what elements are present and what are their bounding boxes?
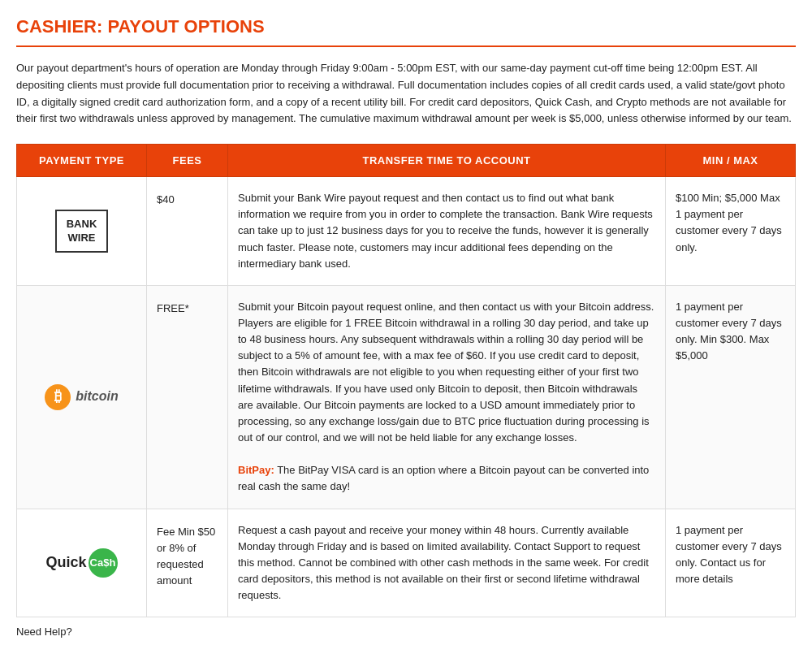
table-body: BANK WIRE $40 Submit your Bank Wire payo… — [17, 177, 796, 617]
bitcoin-logo: ₿ bitcoin — [27, 384, 136, 410]
minmax-value-bitcoin: 1 payment per customer every 7 days only… — [676, 301, 782, 361]
transfer-cell-bitcoin: Submit your Bitcoin payout request onlin… — [228, 285, 666, 509]
col-header-payment-type: PAYMENT TYPE — [17, 145, 147, 177]
col-header-fees: FEES — [147, 145, 228, 177]
table-row: Quick Ca$h Fee Min $50 or 8% of requeste… — [17, 509, 796, 617]
fee-cell-quickcash: Fee Min $50 or 8% of requested amount — [147, 509, 228, 617]
fee-value-bankwire: $40 — [157, 193, 175, 206]
fee-cell-bitcoin: FREE* — [147, 285, 228, 509]
table-row: ₿ bitcoin FREE* Submit your Bitcoin payo… — [17, 285, 796, 509]
page-title: CASHIER: PAYOUT OPTIONS — [16, 16, 796, 47]
table-header: PAYMENT TYPE FEES TRANSFER TIME TO ACCOU… — [17, 145, 796, 177]
minmax-value-quickcash: 1 payment per customer every 7 days only… — [676, 524, 782, 585]
bank-wire-label-line2: WIRE — [68, 232, 96, 244]
minmax-cell-bitcoin: 1 payment per customer every 7 days only… — [666, 285, 796, 509]
col-header-transfer-time: TRANSFER TIME TO ACCOUNT — [228, 145, 666, 177]
minmax-cell-quickcash: 1 payment per customer every 7 days only… — [666, 509, 796, 617]
bitpay-description: The BitPay VISA card is an option where … — [238, 464, 649, 492]
bitpay-link: BitPay: — [238, 464, 274, 476]
quickcash-logo: Quick Ca$h — [45, 548, 117, 578]
quickcash-label-quick: Quick — [45, 552, 86, 574]
transfer-description-quickcash: Request a cash payout and receive your m… — [238, 524, 649, 602]
bitcoin-label: bitcoin — [76, 387, 118, 407]
fee-value-quickcash: Fee Min $50 or 8% of requested amount — [157, 526, 215, 587]
bank-wire-label-line1: BANK — [67, 218, 97, 230]
transfer-description-bitcoin-main: Submit your Bitcoin payout request onlin… — [238, 301, 654, 444]
payment-type-cell-bitcoin: ₿ bitcoin — [17, 285, 147, 509]
quickcash-label-cash: Ca$h — [89, 548, 118, 578]
col-header-min-max: MIN / MAX — [666, 145, 796, 177]
transfer-description-bankwire: Submit your Bank Wire payout request and… — [238, 192, 653, 270]
bank-wire-logo: BANK WIRE — [55, 210, 109, 253]
minmax-cell-bankwire: $100 Min; $5,000 Max1 payment per custom… — [666, 177, 796, 286]
transfer-cell-quickcash: Request a cash payout and receive your m… — [228, 509, 666, 617]
payment-type-cell-quickcash: Quick Ca$h — [17, 509, 147, 617]
minmax-value-bankwire: $100 Min; $5,000 Max1 payment per custom… — [676, 192, 782, 253]
fee-value-bitcoin: FREE* — [157, 302, 189, 314]
table-row: BANK WIRE $40 Submit your Bank Wire payo… — [17, 177, 796, 286]
bitcoin-icon: ₿ — [45, 384, 71, 410]
transfer-cell-bankwire: Submit your Bank Wire payout request and… — [228, 177, 666, 286]
payout-options-table: PAYMENT TYPE FEES TRANSFER TIME TO ACCOU… — [16, 144, 796, 617]
intro-paragraph: Our payout department's hours of operati… — [16, 60, 796, 128]
payment-type-cell-bankwire: BANK WIRE — [17, 177, 147, 286]
bottom-note: Need Help? — [16, 626, 796, 638]
fee-cell-bankwire: $40 — [147, 177, 228, 286]
